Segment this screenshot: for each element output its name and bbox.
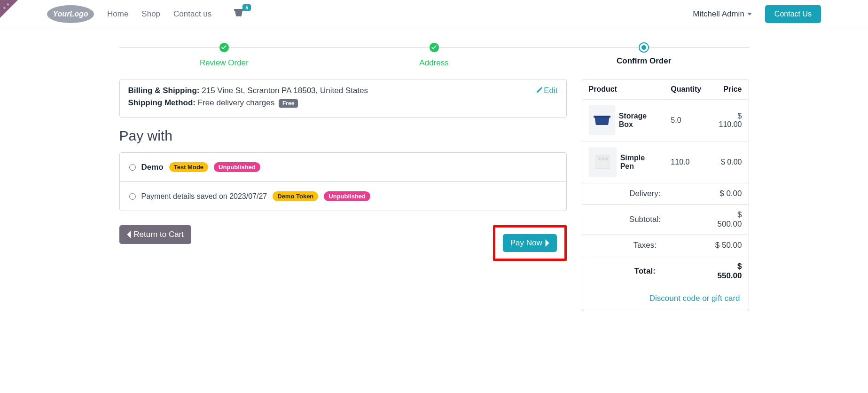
free-badge: Free (279, 99, 298, 108)
logo-text: YourLogo (47, 5, 94, 23)
checkout-steps: Review Order Address Confirm Order (119, 42, 749, 68)
product-image (589, 105, 615, 135)
product-qty: 110.0 (664, 141, 708, 183)
order-summary: Product Quantity Price (582, 79, 749, 311)
svg-rect-4 (602, 157, 604, 160)
payment-radio-saved[interactable] (129, 193, 136, 200)
delivery-label: Delivery: (582, 183, 708, 204)
svg-rect-5 (605, 157, 608, 160)
product-qty: 5.0 (664, 100, 708, 141)
table-row: Storage Box 5.0 $ 110.00 (582, 100, 749, 141)
highlight-box: Pay Now (493, 225, 567, 261)
edit-label: Edit (544, 86, 557, 95)
logo[interactable]: YourLogo (47, 5, 94, 23)
hdr-qty: Quantity (664, 79, 708, 100)
total-label: Total: (582, 256, 708, 287)
contact-us-button[interactable]: Contact Us (765, 5, 821, 23)
cart-count-badge: 5 (242, 4, 251, 11)
subtotal-value: $ 500.00 (708, 204, 748, 235)
step-confirm-label: Confirm Order (539, 56, 749, 66)
cart-link[interactable]: 5 (234, 9, 243, 19)
demo-label: Demo (141, 163, 164, 172)
shipping-card: Edit Billing & Shipping: 215 Vine St, Sc… (119, 79, 567, 118)
shipping-method-label: Shipping Method: (128, 98, 196, 107)
navbar: YourLogo Home Shop Contact us 5 Mitchell… (0, 0, 868, 28)
unpublished-badge: Unpublished (214, 162, 260, 172)
nav-shop[interactable]: Shop (141, 9, 160, 19)
shipping-method-value: Free delivery charges (198, 98, 274, 107)
saved-payment-label: Payment details saved on 2023/07/27 (141, 192, 267, 201)
svg-rect-3 (598, 157, 601, 160)
billing-address: 215 Vine St, Scranton PA 18503, United S… (202, 86, 368, 95)
taxes-row: Taxes: $ 50.00 (582, 235, 749, 256)
demo-token-badge: Demo Token (273, 191, 318, 201)
payment-option-demo[interactable]: Demo Test Mode Unpublished (120, 153, 566, 181)
user-menu[interactable]: Mitchell Admin (693, 9, 752, 19)
cart-icon (234, 9, 243, 17)
hdr-price: Price (708, 79, 748, 100)
payment-radio-demo[interactable] (129, 164, 136, 171)
pay-now-button[interactable]: Pay Now (503, 234, 557, 252)
caret-down-icon (747, 13, 752, 16)
check-circle-icon (219, 42, 229, 53)
subtotal-row: Subtotal: $ 500.00 (582, 204, 749, 235)
product-image (589, 147, 617, 177)
product-price: $ 0.00 (708, 141, 748, 183)
product-name: Simple Pen (620, 154, 658, 171)
product-price: $ 110.00 (708, 100, 748, 141)
payment-option-saved[interactable]: Payment details saved on 2023/07/27 Demo… (120, 181, 566, 211)
hdr-product: Product (582, 79, 665, 100)
unpublished-badge: Unpublished (324, 191, 370, 201)
edit-mode-ribbon[interactable] (0, 0, 18, 18)
chevron-right-icon (545, 239, 549, 247)
pay-now-label: Pay Now (510, 238, 542, 248)
step-review[interactable]: Review Order (119, 42, 329, 68)
taxes-value: $ 50.00 (708, 235, 748, 256)
payment-options: Demo Test Mode Unpublished Payment detai… (119, 152, 567, 211)
return-label: Return to Cart (133, 230, 184, 239)
nav-contact[interactable]: Contact us (173, 9, 211, 19)
step-address[interactable]: Address (329, 42, 539, 68)
step-review-label: Review Order (119, 58, 329, 68)
nav-home[interactable]: Home (107, 9, 128, 19)
table-row: Simple Pen 110.0 $ 0.00 (582, 141, 749, 183)
return-to-cart-button[interactable]: Return to Cart (119, 225, 192, 244)
edit-address-link[interactable]: Edit (536, 86, 557, 95)
chevron-left-icon (127, 231, 132, 238)
test-mode-badge: Test Mode (169, 162, 208, 172)
taxes-label: Taxes: (582, 235, 708, 256)
user-name: Mitchell Admin (693, 9, 744, 19)
step-address-label: Address (329, 58, 539, 68)
total-value: $ 550.00 (708, 256, 748, 287)
pay-with-heading: Pay with (119, 128, 567, 144)
total-row: Total: $ 550.00 (582, 256, 749, 287)
product-name: Storage Box (619, 112, 658, 129)
delivery-value: $ 0.00 (708, 183, 748, 204)
current-step-icon (639, 42, 649, 53)
billing-label: Billing & Shipping: (128, 86, 200, 95)
delivery-row: Delivery: $ 0.00 (582, 183, 749, 204)
step-confirm: Confirm Order (539, 42, 749, 66)
subtotal-label: Subtotal: (582, 204, 708, 235)
check-circle-icon (429, 42, 439, 53)
discount-code-link[interactable]: Discount code or gift card (649, 294, 740, 303)
